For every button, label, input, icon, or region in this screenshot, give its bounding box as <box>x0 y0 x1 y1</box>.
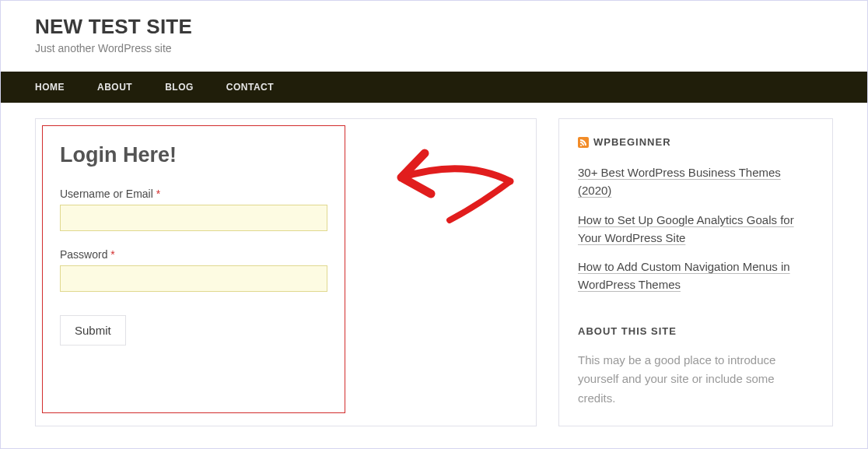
required-icon: * <box>110 248 114 261</box>
password-label-text: Password <box>60 248 107 261</box>
annotation-arrow-icon <box>370 142 534 236</box>
rss-widget-title-text[interactable]: WPBEGINNER <box>593 136 671 148</box>
nav-home[interactable]: HOME <box>35 82 65 93</box>
rss-widget-title: WPBEGINNER <box>578 136 814 148</box>
site-tagline: Just another WordPress site <box>35 42 833 54</box>
rss-feed-list: 30+ Best WordPress Business Themes (2020… <box>578 163 814 294</box>
site-title[interactable]: NEW TEST SITE <box>35 15 833 39</box>
feed-item[interactable]: 30+ Best WordPress Business Themes (2020… <box>578 163 814 200</box>
about-widget-title: ABOUT THIS SITE <box>578 325 814 337</box>
main-nav: HOME ABOUT BLOG CONTACT <box>1 72 867 103</box>
sidebar: WPBEGINNER 30+ Best WordPress Business T… <box>558 118 833 426</box>
password-input[interactable] <box>60 265 327 292</box>
about-widget-text: This may be a good place to introduce yo… <box>578 351 814 409</box>
username-label-text: Username or Email <box>60 188 153 200</box>
password-label: Password * <box>60 248 327 261</box>
submit-button[interactable]: Submit <box>60 315 126 346</box>
main-content-area: Login Here! Username or Email * Password… <box>35 118 537 426</box>
nav-contact[interactable]: CONTACT <box>226 82 274 93</box>
nav-about[interactable]: ABOUT <box>97 82 132 93</box>
feed-item[interactable]: How to Set Up Google Analytics Goals for… <box>578 211 814 247</box>
username-label: Username or Email * <box>60 188 327 200</box>
login-form-title: Login Here! <box>60 143 327 167</box>
rss-icon[interactable] <box>578 137 589 148</box>
site-header: NEW TEST SITE Just another WordPress sit… <box>1 1 867 72</box>
nav-blog[interactable]: BLOG <box>165 82 194 93</box>
feed-item[interactable]: How to Add Custom Navigation Menus in Wo… <box>578 258 814 294</box>
username-input[interactable] <box>60 205 327 231</box>
required-icon: * <box>156 188 160 200</box>
login-form-box: Login Here! Username or Email * Password… <box>42 125 345 413</box>
